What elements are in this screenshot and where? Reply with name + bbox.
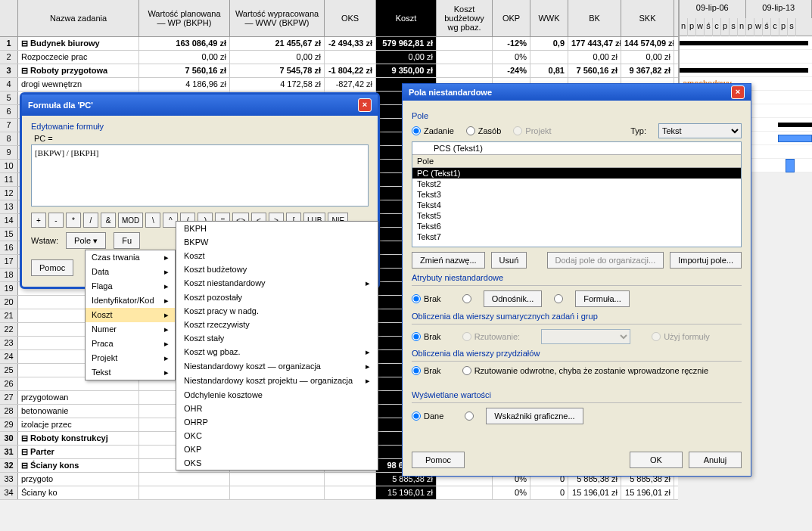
field-list[interactable]: PCS (Tekst1) Pole PC (Tekst1)Tekst2Tekst… [412, 141, 742, 247]
odnosnik-button[interactable]: Odnośnik... [484, 290, 543, 307]
menu-item[interactable]: Data [86, 265, 175, 279]
menu-item[interactable]: Projekt [86, 351, 175, 365]
section-przydz: Obliczenia dla wierszy przydziałów [412, 349, 742, 358]
menu-item[interactable]: Numer [86, 322, 175, 337]
section-pole: Pole [412, 111, 742, 120]
col-wwv[interactable]: Wartość wypracowana — WWV (BKPW) [230, 0, 325, 36]
pola-title-bar[interactable]: Pola niestandardowe × [403, 84, 751, 101]
insert-label: Wstaw: [31, 236, 58, 245]
list-item[interactable]: Tekst6 [412, 221, 741, 231]
col-wwk[interactable]: WWK [530, 0, 568, 36]
menu-item[interactable]: Koszt stały [176, 331, 378, 345]
col-name[interactable]: Nazwa zadania [18, 0, 139, 36]
table-row[interactable]: 1Budynek biurowy163 086,49 zł21 455,67 z… [0, 37, 678, 51]
menu-item[interactable]: Czas trwania [86, 250, 175, 265]
radio-brak2[interactable]: Brak [412, 332, 441, 341]
menu-item[interactable]: OKC [176, 429, 378, 442]
menu-item[interactable]: Niestandardowy koszt — organizacja [176, 359, 378, 374]
import-button[interactable]: Importuj pole... [670, 252, 742, 269]
formula-button[interactable]: Formuła... [575, 290, 630, 307]
menu-item[interactable]: OKS [176, 456, 378, 470]
radio-wskaz[interactable] [465, 411, 474, 421]
col-okp[interactable]: OKP [493, 0, 530, 36]
close-icon[interactable]: × [358, 98, 372, 112]
pole-button[interactable]: Pole [66, 232, 106, 249]
op-button[interactable]: + [31, 213, 46, 228]
menu-item[interactable]: Odchylenie kosztowe [176, 388, 378, 402]
table-row[interactable]: 2Rozpoczecie prac0,00 zł0,00 zł0,00 zł0%… [0, 51, 678, 64]
tl-date: 09-lip-13 [746, 0, 813, 18]
list-item[interactable]: Tekst5 [412, 210, 741, 221]
menu-item[interactable]: BKPH [176, 222, 378, 235]
radio-zadanie[interactable]: Zadanie [412, 126, 454, 135]
ok-button[interactable]: OK [630, 452, 683, 468]
op-button[interactable]: \ [145, 213, 160, 228]
col-oks[interactable]: OKS [325, 0, 376, 36]
menu-item[interactable]: Koszt budżetowy [176, 262, 378, 276]
radio-brak3[interactable]: Brak [412, 366, 441, 375]
formula-title-bar[interactable]: Formuła dla 'PC' × [22, 95, 378, 116]
op-button[interactable]: & [101, 213, 116, 228]
col-bk[interactable]: BK [568, 0, 621, 36]
col-wp[interactable]: Wartość planowana — WP (BKPH) [139, 0, 230, 36]
menu-item[interactable]: Koszt pozostały [176, 290, 378, 304]
op-button[interactable]: / [83, 213, 98, 228]
menu-item[interactable]: Koszt wg pbaz. [176, 345, 378, 359]
pomoc-button[interactable]: Pomoc [412, 452, 465, 468]
radio-uzyj: Użyj formuły [652, 332, 710, 341]
list-item[interactable]: Tekst4 [412, 200, 741, 210]
list-item[interactable]: Tekst2 [412, 179, 741, 189]
menu-item[interactable]: BKPW [176, 235, 378, 249]
menu-item[interactable]: Flaga [86, 279, 175, 293]
op-button[interactable]: - [48, 213, 64, 228]
op-button[interactable]: MOD [118, 213, 143, 228]
zmien-button[interactable]: Zmień nazwę... [412, 252, 485, 269]
menu-item[interactable]: Koszt [176, 249, 378, 262]
list-item[interactable]: Tekst3 [412, 189, 741, 200]
list-top-row[interactable]: PCS (Tekst1) [412, 142, 741, 155]
menu-item[interactable]: OHR [176, 402, 378, 415]
list-item[interactable]: PC (Tekst1) [412, 168, 741, 179]
menu-item[interactable]: Koszt pracy w nadg. [176, 304, 378, 318]
typ-select[interactable]: Tekst [658, 123, 742, 138]
eq-label: PC = [34, 134, 369, 143]
radio-dane[interactable]: Dane [412, 411, 443, 421]
radio-projekt: Projekt [513, 126, 551, 135]
radio-rzut: Rzutowanie: [462, 332, 521, 341]
col-kosztb[interactable]: Koszt budżetowy wg pbaz. [437, 0, 493, 36]
day-cell: p [779, 18, 788, 36]
radio-rzut-odw[interactable]: Rzutowanie odwrotne, chyba że zostanie w… [462, 366, 708, 375]
radio-brak[interactable]: Brak [412, 294, 441, 303]
close-icon[interactable]: × [731, 85, 745, 99]
menu-item[interactable]: OHRP [176, 415, 378, 429]
radio-odnosnik[interactable] [462, 294, 471, 303]
radio-formula[interactable] [554, 294, 563, 303]
col-koszt[interactable]: Koszt [376, 0, 437, 36]
list-header: Pole [412, 155, 741, 168]
day-cell: n [738, 18, 746, 36]
radio-zasob[interactable]: Zasób [466, 126, 502, 135]
list-item[interactable]: Tekst7 [412, 231, 741, 242]
menu-item[interactable]: OKP [176, 442, 378, 456]
menu-item[interactable]: Koszt [86, 308, 175, 322]
day-cell: p [721, 18, 730, 36]
wskazniki-button[interactable]: Wskaźniki graficzne... [486, 408, 583, 424]
col-skk[interactable]: SKK [621, 0, 674, 36]
menu-item[interactable]: Tekst [86, 365, 175, 380]
menu-item[interactable]: Koszt rzeczywisty [176, 318, 378, 331]
menu-item[interactable]: Praca [86, 337, 175, 351]
menu-item[interactable]: Niestandardowy koszt projektu — organiza… [176, 374, 378, 388]
day-cell: p [688, 18, 696, 36]
formula-input[interactable]: [BKPW] / [BKPH] [31, 144, 369, 206]
menu-item[interactable]: Identyfikator/Kod [86, 293, 175, 308]
day-cell: c [771, 18, 779, 36]
usun-button[interactable]: Usuń [491, 252, 527, 269]
anuluj-button[interactable]: Anuluj [689, 452, 742, 468]
fu-button[interactable]: Fu [114, 232, 140, 249]
table-row[interactable]: 34Ściany ko15 196,01 zł0%015 196,01 zł15… [0, 486, 678, 500]
table-row[interactable]: 3Roboty przygotowa7 560,16 zł7 545,78 zł… [0, 64, 678, 78]
menu-item[interactable]: Koszt niestandardowy [176, 276, 378, 290]
tl-date: 09-lip-06 [680, 0, 746, 18]
pomoc-button[interactable]: Pomoc [31, 259, 73, 276]
op-button[interactable]: * [66, 213, 81, 228]
